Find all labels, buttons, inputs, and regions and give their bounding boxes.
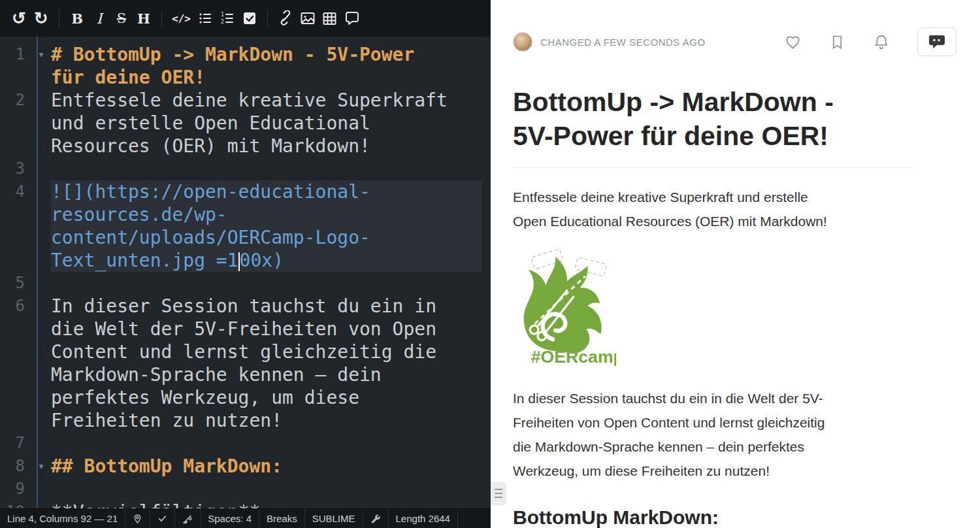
code-line-text: In dieser Session tauchst du ein in	[51, 295, 482, 318]
line-number	[0, 409, 31, 432]
fold-spacer	[31, 501, 51, 508]
insert-link-button[interactable]	[274, 6, 297, 31]
pin-status-button[interactable]	[125, 509, 150, 528]
redo-icon: ↻	[34, 8, 48, 29]
theme-status-button[interactable]	[175, 509, 201, 528]
code-row[interactable]: 5	[0, 272, 491, 295]
comment-icon	[344, 10, 360, 26]
line-number	[0, 112, 31, 135]
code-row[interactable]: die Welt der 5V-Freiheiten von Open	[0, 318, 491, 340]
bookmark-button[interactable]	[829, 34, 845, 50]
line-number: 7	[0, 432, 31, 455]
code-block-button[interactable]: </>	[169, 6, 194, 31]
preview-actions	[784, 27, 956, 56]
toolbar-separator	[161, 10, 162, 27]
fold-chevron-icon[interactable]: ▾	[31, 455, 51, 478]
heading-button[interactable]: H	[133, 6, 155, 31]
paragraph-intro: Entfessele deine kreative Superkraft und…	[513, 185, 914, 233]
code-line-text: ## BottomUp MarkDown:	[51, 455, 482, 478]
code-line-text: für deine OER!	[51, 66, 482, 89]
preferences-status-button[interactable]	[363, 509, 389, 528]
code-row[interactable]: 2Entfessele deine kreative Superkraft	[0, 89, 491, 112]
unordered-list-button[interactable]	[194, 6, 216, 31]
breaks-status-button[interactable]: Breaks	[259, 509, 305, 528]
code-line-text: resources.de/wp-	[51, 203, 482, 226]
strikethrough-button[interactable]: S	[110, 6, 133, 31]
spellcheck-status-button[interactable]	[150, 509, 175, 528]
like-button[interactable]	[784, 33, 802, 51]
fold-chevron-icon[interactable]: ▾	[31, 43, 51, 66]
fold-spacer	[31, 295, 51, 318]
undo-button[interactable]: ↺	[8, 6, 30, 31]
code-line-text	[51, 432, 482, 455]
gutter-divider	[37, 37, 38, 508]
spaces-status-button[interactable]: Spaces: 4	[201, 509, 259, 528]
ordered-list-button[interactable]: 12	[216, 6, 238, 31]
redo-button[interactable]: ↻	[30, 6, 52, 31]
code-line-text: # BottomUp -> MarkDown - 5V-Power	[51, 43, 482, 66]
toolbar-separator	[59, 10, 59, 27]
markdown-preview-pane: CHANGED A FEW SECONDS AGO BottomUp -> Ma…	[491, 0, 980, 528]
oercamp-logo-image[interactable]: #OERcamp	[513, 249, 914, 369]
link-icon	[278, 10, 293, 26]
line-number: 2	[0, 89, 31, 112]
line-number: 1	[0, 43, 31, 66]
line-number: 5	[0, 272, 31, 295]
line-number	[0, 203, 31, 226]
code-row[interactable]: 7	[0, 432, 491, 455]
svg-text:2: 2	[221, 19, 224, 25]
code-row[interactable]: resources.de/wp-	[0, 203, 491, 226]
checklist-button[interactable]	[238, 6, 261, 31]
line-number	[0, 66, 31, 89]
line-number: 9	[0, 478, 31, 501]
fold-spacer	[31, 157, 51, 180]
pin-icon	[133, 514, 142, 524]
code-row[interactable]: Resources (OER) mit Markdown!	[0, 135, 491, 157]
code-row[interactable]: 3	[0, 157, 491, 180]
code-row[interactable]: 8▾## BottomUp MarkDown:	[0, 455, 491, 478]
code-row[interactable]: 6In dieser Session tauchst du ein in	[0, 295, 491, 318]
code-row[interactable]: 9	[0, 478, 491, 501]
pane-resize-handle[interactable]	[491, 482, 506, 505]
code-row[interactable]: 4![](https://open-educational-	[0, 180, 491, 203]
logo-caption: #OERcamp	[531, 347, 616, 367]
line-number	[0, 226, 31, 249]
author-avatar[interactable]	[513, 32, 532, 52]
code-line-text: **Vervielfältigen**	[51, 501, 482, 508]
italic-button[interactable]: I	[88, 6, 110, 31]
document-title: BottomUp -> MarkDown - 5V-Power für dein…	[513, 85, 914, 168]
fold-spacer	[31, 318, 51, 340]
code-row[interactable]: Text_unten.jpg =100x)	[0, 249, 491, 272]
bold-button[interactable]: B	[66, 6, 88, 31]
code-row[interactable]: 1▾# BottomUp -> MarkDown - 5V-Power	[0, 43, 491, 66]
length-status: Length 2644	[389, 509, 458, 528]
keymap-status-button[interactable]: SUBLIME	[305, 509, 363, 528]
code-row[interactable]: und erstelle Open Educational	[0, 112, 491, 135]
insert-table-button[interactable]	[319, 6, 341, 31]
code-row[interactable]: Content und lernst gleichzeitig die	[0, 340, 491, 363]
fold-spacer	[31, 386, 51, 409]
fold-spacer	[31, 203, 51, 226]
section-heading: BottomUp MarkDown:	[513, 506, 914, 528]
code-row[interactable]: für deine OER!	[0, 66, 491, 89]
code-row[interactable]: Markdown-Sprache kennen – dein	[0, 363, 491, 386]
code-line-text: Entfessele deine kreative Superkraft	[51, 89, 482, 112]
open-comments-button[interactable]	[917, 27, 956, 56]
comment-button[interactable]	[341, 6, 363, 31]
subscribe-button[interactable]	[873, 33, 890, 50]
insert-image-button[interactable]	[297, 6, 319, 31]
checklist-icon	[242, 11, 257, 25]
code-line-text: ![](https://open-educational-	[51, 180, 482, 203]
cursor-position-status[interactable]: Line 4, Columns 92 — 21	[0, 509, 125, 528]
line-number: 8	[0, 455, 31, 478]
code-row[interactable]: content/uploads/OERCamp-Logo-	[0, 226, 491, 249]
code-line-text: Markdown-Sprache kennen – dein	[51, 363, 482, 386]
fold-spacer	[31, 66, 51, 89]
code-row[interactable]: perfektes Werkzeug, um diese	[0, 386, 491, 409]
code-editor[interactable]: 1▾# BottomUp -> MarkDown - 5V-Powerfür d…	[0, 37, 491, 508]
code-row[interactable]: 10**Vervielfältigen**	[0, 501, 491, 508]
check-icon	[157, 514, 167, 523]
last-changed-label: CHANGED A FEW SECONDS AGO	[540, 37, 706, 48]
code-row[interactable]: Freiheiten zu nutzen!	[0, 409, 491, 432]
rendered-document: BottomUp -> MarkDown - 5V-Power für dein…	[491, 85, 914, 528]
